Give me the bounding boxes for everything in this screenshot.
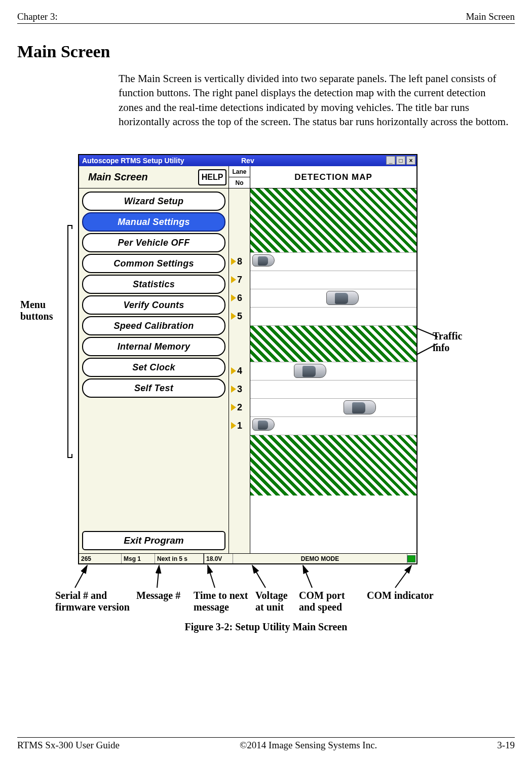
title-bar: Autoscope RTMS Setup Utility Rev _ □ × — [79, 155, 416, 166]
lane-num: 6 — [237, 293, 242, 303]
left-header: Main Screen HELP — [79, 166, 229, 188]
lane-label: Lane — [229, 166, 250, 177]
svg-line-6 — [303, 565, 312, 588]
annot-com: COM port and speed — [299, 590, 345, 613]
page-footer: RTMS Sx-300 User Guide ©2014 Image Sensi… — [17, 737, 515, 751]
menu-self-test[interactable]: Self Test — [82, 378, 225, 398]
annot-next: Time to next message — [194, 590, 248, 613]
menu-statistics[interactable]: Statistics — [82, 275, 225, 294]
vehicle-icon — [326, 291, 359, 305]
status-voltage: 18.0V — [204, 554, 233, 563]
annot-com-indicator: COM indicator — [367, 590, 434, 601]
arrow-icon — [205, 563, 225, 589]
arrow-icon — [150, 563, 170, 589]
vehicle-icon — [252, 254, 275, 267]
help-button[interactable]: HELP — [198, 169, 226, 185]
arrow-icon — [71, 563, 101, 589]
vehicle-icon — [252, 418, 275, 431]
left-panel: Main Screen HELP Wizard Setup Manual Set… — [79, 166, 229, 553]
page-title: Main Screen — [17, 42, 515, 61]
menu-manual-settings[interactable]: Manual Settings — [82, 212, 225, 232]
maximize-icon[interactable]: □ — [396, 156, 405, 165]
arrow-icon — [301, 563, 321, 589]
right-header: Lane No DETECTION MAP — [229, 166, 416, 188]
lane-marker-icon — [231, 386, 236, 393]
hatched-zone — [250, 188, 416, 252]
svg-line-2 — [75, 565, 87, 588]
hatched-zone — [250, 325, 416, 362]
footer-left: RTMS Sx-300 User Guide — [17, 740, 120, 751]
lane-num: 8 — [237, 256, 242, 267]
lane-marker-icon — [231, 404, 236, 411]
body-text: The Main Screen is vertically divided in… — [119, 71, 510, 129]
titlebar-app-name: Autoscope RTMS Setup Utility — [79, 157, 184, 165]
status-mode: DEMO MODE — [233, 554, 407, 563]
page-header: Chapter 3: Main Screen — [17, 11, 515, 24]
svg-line-4 — [208, 565, 215, 588]
right-panel: Lane No DETECTION MAP 8 7 6 5 4 3 — [229, 166, 416, 553]
detection-column — [250, 188, 416, 553]
titlebar-rev: Rev — [241, 157, 254, 165]
exit-button[interactable]: Exit Program — [82, 531, 225, 550]
lane-num: 5 — [237, 311, 242, 322]
menu-set-clock[interactable]: Set Clock — [82, 358, 225, 377]
bracket-icon — [67, 225, 71, 458]
annot-volt: Voltage at unit — [255, 590, 288, 613]
lane-num: 1 — [237, 421, 242, 431]
detection-map: 8 7 6 5 4 3 2 1 — [229, 188, 416, 553]
arrow-icon — [250, 563, 271, 589]
hatched-zone — [250, 435, 416, 496]
lane-marker-icon — [231, 313, 236, 320]
annot-traffic-info: Traffic info — [433, 330, 463, 354]
annot-msg: Message # — [136, 590, 180, 601]
lane-number-column: 8 7 6 5 4 3 2 1 — [229, 188, 250, 553]
menu-common-settings[interactable]: Common Settings — [82, 254, 225, 273]
arrow-icon — [392, 563, 417, 589]
close-icon[interactable]: × — [406, 156, 415, 165]
detection-map-title: DETECTION MAP — [250, 166, 416, 188]
status-serial: 265 — [79, 554, 122, 563]
lane-num: 7 — [237, 275, 242, 285]
menu-speed-calibration[interactable]: Speed Calibration — [82, 316, 225, 335]
lane-marker-icon — [231, 276, 236, 283]
chapter-label: Chapter 3: — [17, 11, 58, 22]
menu-internal-memory[interactable]: Internal Memory — [82, 337, 225, 356]
minimize-icon[interactable]: _ — [386, 156, 395, 165]
lane-marker-icon — [231, 367, 236, 374]
menu-wizard-setup[interactable]: Wizard Setup — [82, 192, 225, 211]
figure-wrap: Menu buttons Traffic info Serial # and f… — [17, 149, 515, 595]
app-window: Autoscope RTMS Setup Utility Rev _ □ × M… — [78, 154, 417, 564]
vehicle-icon — [344, 400, 376, 414]
lane-num: 2 — [237, 402, 242, 413]
footer-center: ©2014 Image Sensing Systems Inc. — [240, 740, 377, 751]
svg-line-3 — [157, 565, 159, 588]
annot-serial: Serial # and firmware version — [55, 590, 130, 613]
vehicle-icon — [294, 364, 326, 378]
svg-line-7 — [395, 565, 411, 588]
lane-num: 3 — [237, 384, 242, 395]
svg-line-5 — [252, 565, 265, 588]
footer-right: 3-19 — [497, 740, 515, 751]
section-label: Main Screen — [466, 11, 515, 22]
menu-area: Wizard Setup Manual Settings Per Vehicle… — [79, 188, 229, 531]
lane-marker-icon — [231, 422, 236, 429]
lane-marker-icon — [231, 258, 236, 265]
figure-caption: Figure 3-2: Setup Utility Main Screen — [17, 621, 515, 633]
lane-num: 4 — [237, 366, 242, 376]
status-next: Next in 5 s — [155, 554, 204, 563]
annot-menu-buttons: Menu buttons — [20, 299, 53, 322]
lane-marker-icon — [231, 294, 236, 301]
com-indicator-icon — [407, 555, 415, 562]
menu-verify-counts[interactable]: Verify Counts — [82, 295, 225, 315]
menu-per-vehicle-off[interactable]: Per Vehicle OFF — [82, 233, 225, 252]
left-title: Main Screen — [88, 171, 148, 183]
status-msg: Msg 1 — [122, 554, 155, 563]
status-bar: 265 Msg 1 Next in 5 s 18.0V DEMO MODE — [79, 553, 416, 563]
no-label: No — [229, 177, 250, 188]
